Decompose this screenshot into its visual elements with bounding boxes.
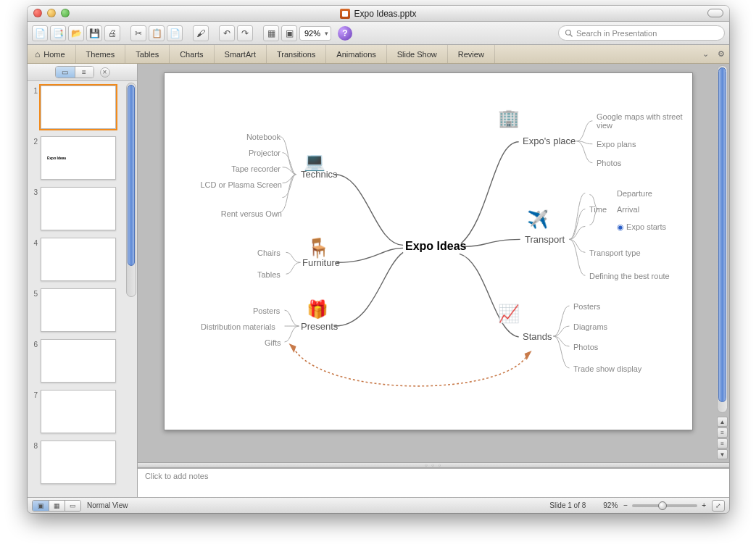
node-expo-place[interactable]: Expo's place — [523, 135, 576, 146]
prev-slide-double-button[interactable]: ≡ — [717, 427, 728, 438]
sub-tables[interactable]: Tables — [257, 270, 281, 279]
sub-rent-own[interactable]: Rent versus Own — [211, 209, 282, 218]
panel-close-button[interactable]: × — [100, 67, 110, 78]
chair-icon: 🪑 — [307, 237, 330, 259]
zoom-track[interactable] — [632, 504, 697, 507]
sub-arrival[interactable]: Arrival — [617, 205, 639, 214]
outline-view-button[interactable]: ≡ — [75, 67, 94, 78]
sub-chairs[interactable]: Chairs — [257, 249, 281, 257]
next-slide-double-button[interactable]: ≡ — [717, 438, 728, 448]
new-from-template-button[interactable]: 📑 — [50, 25, 66, 41]
zoom-in-icon[interactable]: + — [702, 501, 706, 509]
main-area: Expo Ideas 💻 Technics Notebook Projector… — [138, 64, 729, 497]
notes-pane[interactable]: Click to add notes — [138, 468, 729, 497]
search-field[interactable]: Search in Presentation — [558, 25, 725, 41]
zoom-out-icon[interactable]: − — [623, 501, 628, 509]
zoom-value: 92% — [304, 29, 320, 38]
slide-thumbnail-7[interactable]: 7 — [29, 390, 134, 433]
sub-departure[interactable]: Departure — [617, 189, 652, 198]
tab-slideshow[interactable]: Slide Show — [387, 45, 448, 63]
fit-to-window-button[interactable]: ⤢ — [712, 500, 725, 512]
zoom-knob[interactable] — [658, 501, 667, 510]
format-painter-button[interactable]: 🖌 — [193, 25, 209, 41]
notes-placeholder: Click to add notes — [145, 472, 208, 480]
sub-lcd-plasma[interactable]: LCD or Plasma Screen — [194, 180, 282, 189]
redo-button[interactable]: ↷ — [237, 25, 253, 41]
prev-slide-button[interactable]: ▲ — [717, 417, 728, 427]
slide-thumbnail-1[interactable]: 1 — [29, 85, 134, 129]
sub-diagrams[interactable]: Diagrams — [573, 322, 607, 331]
canvas-scroll-thumb[interactable] — [718, 67, 726, 402]
node-furniture[interactable]: Furniture — [302, 257, 340, 268]
notes-splitter[interactable]: ○ ○ ○ — [138, 462, 729, 468]
mindmap-center[interactable]: Expo Ideas — [405, 240, 466, 253]
tab-smartart[interactable]: SmartArt — [215, 45, 267, 63]
node-transport[interactable]: Transport — [525, 234, 565, 245]
sub-expo-plans[interactable]: Expo plans — [597, 140, 636, 149]
sub-photos2[interactable]: Photos — [573, 343, 598, 351]
insert-chart-button[interactable]: ▦ — [263, 25, 279, 41]
new-slide-button[interactable]: 📄 — [32, 25, 48, 41]
sub-time[interactable]: Time — [589, 205, 607, 214]
print-button[interactable]: 🖨 — [104, 25, 120, 41]
sub-best-route[interactable]: Defining the best route — [589, 272, 670, 280]
zoom-combo[interactable]: 92% — [299, 26, 331, 41]
sub-posters[interactable]: Posters — [253, 306, 280, 315]
slide-thumbnail-8[interactable]: 8 — [29, 441, 134, 484]
paste-button[interactable]: 📄 — [167, 25, 183, 41]
minimize-window-button[interactable] — [47, 9, 56, 17]
sub-gifts[interactable]: Gifts — [265, 338, 281, 347]
slide-thumb — [41, 288, 116, 332]
tab-charts[interactable]: Charts — [170, 45, 214, 63]
tab-home[interactable]: ⌂Home — [28, 45, 76, 63]
tab-review[interactable]: Review — [448, 45, 495, 63]
sidebar-scrollbar[interactable] — [126, 83, 136, 297]
sub-transport-type[interactable]: Transport type — [589, 249, 641, 257]
slide-thumbnail-5[interactable]: 5 — [29, 288, 134, 332]
sub-gmaps[interactable]: Google maps with street view — [597, 112, 691, 130]
next-slide-button[interactable]: ▼ — [717, 449, 728, 459]
slide-thumbnail-3[interactable]: 3 — [29, 187, 134, 230]
sub-notebook[interactable]: Notebook — [240, 133, 281, 141]
panel-view-segment[interactable]: ▭ ≡ — [55, 66, 94, 78]
slide-thumbnail-2[interactable]: 2Expo Ideas — [29, 136, 134, 180]
sub-tape-recorder[interactable]: Tape recorder — [224, 164, 281, 173]
sub-posters2[interactable]: Posters — [573, 302, 600, 311]
canvas-scrollbar[interactable] — [717, 65, 728, 413]
slide-thumbnail-4[interactable]: 4 — [29, 238, 134, 281]
zoom-window-button[interactable] — [61, 9, 70, 17]
sub-trade-show[interactable]: Trade show display — [573, 364, 641, 373]
normal-view-button[interactable]: ▣ — [33, 501, 49, 511]
sub-projector[interactable]: Projector — [243, 149, 281, 157]
tab-transitions[interactable]: Transitions — [267, 45, 326, 63]
ribbon-chevron-button[interactable]: ⌄ — [697, 45, 713, 63]
sub-photos[interactable]: Photos — [597, 159, 621, 167]
slide-canvas[interactable]: Expo Ideas 💻 Technics Notebook Projector… — [164, 72, 693, 430]
cut-button[interactable]: ✂ — [130, 25, 146, 41]
open-button[interactable]: 📂 — [68, 25, 84, 41]
tab-animations[interactable]: Animations — [326, 45, 386, 63]
node-technics[interactable]: Technics — [301, 169, 338, 180]
node-stands[interactable]: Stands — [523, 331, 552, 342]
help-button[interactable]: ? — [338, 26, 352, 41]
insert-media-button[interactable]: ▣ — [281, 25, 297, 41]
node-presents[interactable]: Presents — [301, 321, 338, 332]
tab-themes[interactable]: Themes — [76, 45, 126, 63]
zoom-slider[interactable]: − + — [623, 501, 706, 509]
slide-thumbnail-6[interactable]: 6 — [29, 339, 134, 383]
undo-button[interactable]: ↶ — [219, 25, 235, 41]
sub-distribution[interactable]: Distribution materials — [201, 322, 275, 331]
save-button[interactable]: 💾 — [86, 25, 102, 41]
view-mode-segment[interactable]: ▣ ▦ ▭ — [32, 500, 81, 512]
sidebar-scroll-thumb[interactable] — [128, 85, 135, 266]
close-window-button[interactable] — [33, 9, 42, 17]
thumbnail-view-button[interactable]: ▭ — [56, 67, 75, 78]
slideshow-view-button[interactable]: ▭ — [65, 501, 80, 511]
tab-tables[interactable]: Tables — [125, 45, 170, 63]
ribbon-gear-button[interactable]: ⚙ — [713, 45, 729, 63]
sorter-view-button[interactable]: ▦ — [49, 501, 65, 511]
copy-button[interactable]: 📋 — [149, 25, 165, 41]
powerpoint-icon — [340, 9, 350, 19]
sub-expo-starts[interactable]: ◉ Expo starts — [617, 222, 666, 232]
titlebar-toggle-button[interactable] — [707, 9, 723, 17]
